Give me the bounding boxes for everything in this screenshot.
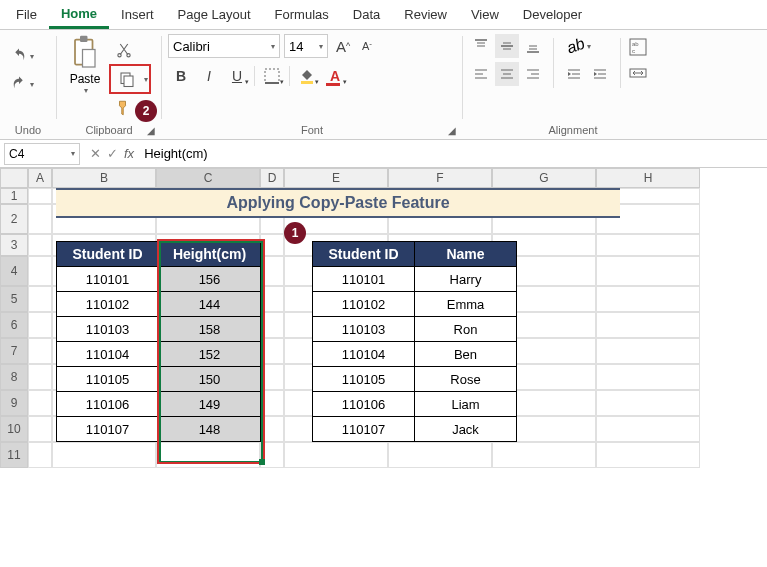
align-top-button[interactable] xyxy=(469,34,493,58)
row-header-4[interactable]: 4 xyxy=(0,256,28,286)
align-middle-button[interactable] xyxy=(495,34,519,58)
fill-color-button[interactable]: ▾ xyxy=(294,64,320,88)
font-dialog-launcher[interactable]: ◢ xyxy=(448,125,460,137)
tab-insert[interactable]: Insert xyxy=(109,2,166,27)
formula-input[interactable]: Height(cm) xyxy=(140,146,767,161)
bold-button[interactable]: B xyxy=(168,64,194,88)
table-cell[interactable]: Ron xyxy=(415,317,517,342)
underline-button[interactable]: U▾ xyxy=(224,64,250,88)
table-cell[interactable]: Ben xyxy=(415,342,517,367)
table-cell[interactable]: 110101 xyxy=(57,267,159,292)
copy-dropdown[interactable]: ▾ xyxy=(144,75,148,84)
tab-data[interactable]: Data xyxy=(341,2,392,27)
table-cell[interactable]: Emma xyxy=(415,292,517,317)
decrease-font-button[interactable]: Aˇ xyxy=(356,35,378,57)
increase-indent-button[interactable] xyxy=(588,62,612,86)
row-header-3[interactable]: 3 xyxy=(0,234,28,256)
col-header-d[interactable]: D xyxy=(260,168,284,188)
row-header-10[interactable]: 10 xyxy=(0,416,28,442)
table-cell[interactable]: 150 xyxy=(159,367,261,392)
increase-font-button[interactable]: A^ xyxy=(332,35,354,57)
align-bottom-button[interactable] xyxy=(521,34,545,58)
table-cell[interactable]: 110104 xyxy=(57,342,159,367)
row-header-1[interactable]: 1 xyxy=(0,188,28,204)
wrap-text-button[interactable]: abc xyxy=(629,36,647,58)
table-cell[interactable]: 144 xyxy=(159,292,261,317)
copy-button[interactable] xyxy=(112,67,142,91)
italic-button[interactable]: I xyxy=(196,64,222,88)
row-header-5[interactable]: 5 xyxy=(0,286,28,312)
undo-button[interactable]: ▾ xyxy=(6,44,38,68)
tab-formulas[interactable]: Formulas xyxy=(263,2,341,27)
font-color-button[interactable]: A▾ xyxy=(322,64,348,88)
svg-text:ab: ab xyxy=(632,41,639,47)
row-header-9[interactable]: 9 xyxy=(0,390,28,416)
fx-icon[interactable]: fx xyxy=(124,146,134,161)
paste-button[interactable]: Paste ▾ xyxy=(63,34,107,95)
copy-button-highlight: ▾ xyxy=(109,64,151,94)
table-cell[interactable]: 156 xyxy=(159,267,261,292)
font-size-select[interactable]: 14▾ xyxy=(284,34,328,58)
font-name-select[interactable]: Calibri▾ xyxy=(168,34,280,58)
table-cell[interactable]: Harry xyxy=(415,267,517,292)
row-header-7[interactable]: 7 xyxy=(0,338,28,364)
name-box[interactable]: C4▾ xyxy=(4,143,80,165)
table-cell[interactable]: 110107 xyxy=(57,417,159,442)
table-cell[interactable]: Liam xyxy=(415,392,517,417)
table-cell[interactable]: 148 xyxy=(159,417,261,442)
tab-view[interactable]: View xyxy=(459,2,511,27)
col-header-a[interactable]: A xyxy=(28,168,52,188)
table-cell[interactable]: 110101 xyxy=(313,267,415,292)
orientation-button[interactable]: ab▾ xyxy=(562,34,596,58)
tab-review[interactable]: Review xyxy=(392,2,459,27)
table-cell[interactable]: 149 xyxy=(159,392,261,417)
ribbon-tabs: File Home Insert Page Layout Formulas Da… xyxy=(0,0,767,30)
clipboard-dialog-launcher[interactable]: ◢ xyxy=(147,125,159,137)
table-cell[interactable]: 110103 xyxy=(57,317,159,342)
table-cell[interactable]: 110105 xyxy=(313,367,415,392)
merge-center-button[interactable] xyxy=(629,62,647,84)
tab-developer[interactable]: Developer xyxy=(511,2,594,27)
table-cell[interactable]: 110106 xyxy=(57,392,159,417)
group-alignment: ab▾ abc Alignment xyxy=(463,30,683,139)
table-cell[interactable]: Jack xyxy=(415,417,517,442)
redo-button[interactable]: ▾ xyxy=(6,72,38,96)
decrease-indent-button[interactable] xyxy=(562,62,586,86)
col-header-b[interactable]: B xyxy=(52,168,156,188)
row-header-6[interactable]: 6 xyxy=(0,312,28,338)
table-cell[interactable]: 110103 xyxy=(313,317,415,342)
row-header-11[interactable]: 11 xyxy=(0,442,28,468)
table-cell[interactable]: Rose xyxy=(415,367,517,392)
fill-handle[interactable] xyxy=(259,459,265,465)
col-header-e[interactable]: E xyxy=(284,168,388,188)
enter-formula-icon[interactable]: ✓ xyxy=(107,146,118,161)
row-header-8[interactable]: 8 xyxy=(0,364,28,390)
cancel-formula-icon[interactable]: ✕ xyxy=(90,146,101,161)
select-all-corner[interactable] xyxy=(0,168,28,188)
tab-home[interactable]: Home xyxy=(49,1,109,29)
col-header-h[interactable]: H xyxy=(596,168,700,188)
table-cell[interactable]: 110106 xyxy=(313,392,415,417)
cut-button[interactable] xyxy=(109,38,139,62)
col-header-f[interactable]: F xyxy=(388,168,492,188)
table-cell[interactable]: 110104 xyxy=(313,342,415,367)
table-cell[interactable]: 110102 xyxy=(313,292,415,317)
t2-h0: Student ID xyxy=(313,242,415,267)
tab-file[interactable]: File xyxy=(4,2,49,27)
group-clipboard: Paste ▾ ▾ Clipboard ◢ 2 xyxy=(57,30,161,139)
column-headers: A B C D E F G H xyxy=(0,168,767,188)
table-cell[interactable]: 110105 xyxy=(57,367,159,392)
align-left-button[interactable] xyxy=(469,62,493,86)
table-cell[interactable]: 152 xyxy=(159,342,261,367)
borders-button[interactable]: ▾ xyxy=(259,64,285,88)
col-header-c[interactable]: C xyxy=(156,168,260,188)
tab-page-layout[interactable]: Page Layout xyxy=(166,2,263,27)
table-cell[interactable]: 158 xyxy=(159,317,261,342)
callout-badge-1: 1 xyxy=(284,222,306,244)
table-cell[interactable]: 110102 xyxy=(57,292,159,317)
table-cell[interactable]: 110107 xyxy=(313,417,415,442)
row-header-2[interactable]: 2 xyxy=(0,204,28,234)
col-header-g[interactable]: G xyxy=(492,168,596,188)
align-center-button[interactable] xyxy=(495,62,519,86)
align-right-button[interactable] xyxy=(521,62,545,86)
